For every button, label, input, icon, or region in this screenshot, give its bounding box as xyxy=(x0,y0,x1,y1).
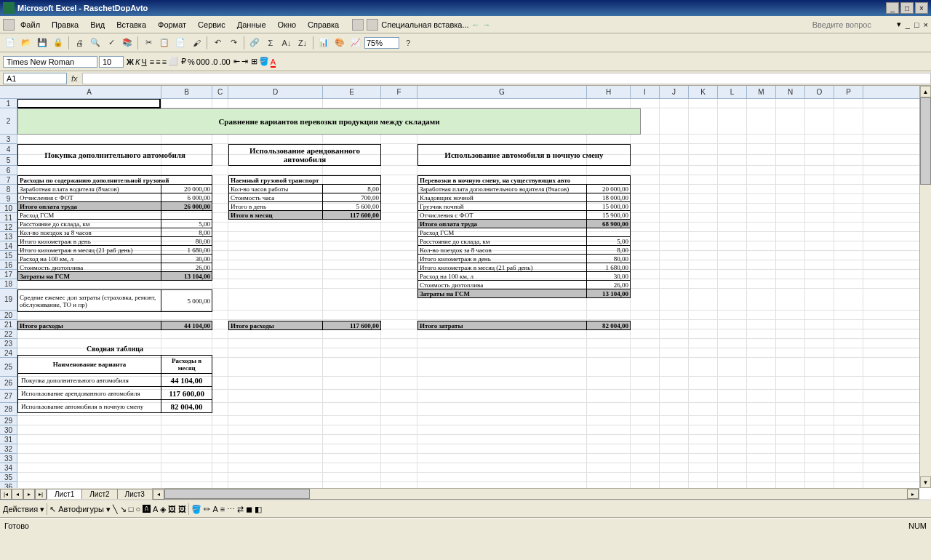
nav-fwd-icon[interactable]: → xyxy=(483,20,491,29)
align-center-icon[interactable]: ≡ xyxy=(156,57,160,66)
research-icon[interactable]: 📚 xyxy=(120,36,135,50)
autosum-icon[interactable]: Σ xyxy=(263,36,278,50)
binoculars-icon[interactable] xyxy=(352,19,364,31)
inc-decimal-icon[interactable]: .0 xyxy=(211,57,217,66)
align-right-icon[interactable]: ≡ xyxy=(162,57,167,66)
horizontal-scrollbar[interactable]: ◂ ▸ xyxy=(152,488,919,500)
sheet-tab-3[interactable]: Лист3 xyxy=(117,489,153,499)
menu-format[interactable]: Формат xyxy=(152,19,192,31)
minimize-button[interactable]: _ xyxy=(886,2,899,14)
cut-icon[interactable]: ✂ xyxy=(141,36,156,50)
bold-icon[interactable]: Ж xyxy=(127,57,134,66)
linestyle-icon[interactable]: ≡ xyxy=(220,505,225,513)
arrow-icon[interactable]: ↘ xyxy=(120,505,127,514)
vscroll-thumb[interactable] xyxy=(920,97,931,185)
copy-icon[interactable]: 📋 xyxy=(157,36,172,50)
currency-icon[interactable]: ₽ xyxy=(181,57,186,66)
redo-icon[interactable]: ↷ xyxy=(226,36,241,50)
picture-icon[interactable]: 🖼 xyxy=(178,505,186,513)
format-painter-icon[interactable]: 🖌 xyxy=(189,36,204,50)
rect-icon[interactable]: □ xyxy=(129,505,134,513)
spell-icon[interactable]: ✓ xyxy=(104,36,119,50)
maximize-button[interactable]: □ xyxy=(900,2,914,14)
align-left-icon[interactable]: ≡ xyxy=(150,57,154,66)
scroll-left-icon[interactable]: ◂ xyxy=(153,489,164,500)
dec-decimal-icon[interactable]: .00 xyxy=(219,57,230,66)
scroll-down-icon[interactable]: ▼ xyxy=(920,476,931,488)
textbox-icon[interactable]: 🅰 xyxy=(143,505,151,513)
underline-icon[interactable]: Ч xyxy=(141,57,146,66)
merge-icon[interactable]: ⬜ xyxy=(168,57,178,66)
print-icon[interactable]: 🖨 xyxy=(72,36,87,50)
pivotchart-icon[interactable]: 📈 xyxy=(348,36,363,50)
autoshapes-menu[interactable]: Автофигуры xyxy=(58,505,104,513)
doc-close-button[interactable]: × xyxy=(924,20,928,29)
tab-next-icon[interactable]: ▸ xyxy=(23,489,35,500)
linecolor-icon[interactable]: ✏ xyxy=(204,505,210,514)
hscroll-thumb[interactable] xyxy=(164,489,310,499)
dropdown-icon[interactable]: ▾ xyxy=(897,20,901,29)
zoom-input[interactable] xyxy=(364,37,399,49)
paste-icon[interactable]: 📄 xyxy=(173,36,188,50)
tab-prev-icon[interactable]: ◂ xyxy=(12,489,23,500)
oval-icon[interactable]: ○ xyxy=(135,505,140,513)
actions-menu[interactable]: Действия xyxy=(3,505,38,513)
paste-special-icon[interactable] xyxy=(367,19,378,31)
font-size-input[interactable] xyxy=(99,56,124,68)
paste-special-label[interactable]: Специальная вставка... xyxy=(381,20,468,29)
menu-file[interactable]: Файл xyxy=(15,19,46,31)
comma-icon[interactable]: 000 xyxy=(196,57,209,66)
menu-tools[interactable]: Сервис xyxy=(192,19,231,31)
percent-icon[interactable]: % xyxy=(188,57,195,66)
doc-restore-button[interactable]: □ xyxy=(914,20,919,29)
permission-icon[interactable]: 🔒 xyxy=(51,36,65,50)
menu-insert[interactable]: Вставка xyxy=(111,19,152,31)
font-name-input[interactable] xyxy=(3,56,97,68)
save-icon[interactable]: 💾 xyxy=(35,36,49,50)
inc-indent-icon[interactable]: ⇥ xyxy=(241,57,248,66)
sheet-tab-2[interactable]: Лист2 xyxy=(81,489,117,499)
menu-help[interactable]: Справка xyxy=(302,19,345,31)
new-icon[interactable]: 📄 xyxy=(3,36,17,50)
row-headers[interactable]: 1234567891011121314151617181920212223242… xyxy=(0,99,17,488)
clipart-icon[interactable]: 🖼 xyxy=(168,505,176,513)
arrowstyle-icon[interactable]: ⇄ xyxy=(237,505,244,514)
menu-data[interactable]: Данные xyxy=(231,19,272,31)
fillcolor-icon[interactable]: 🪣 xyxy=(191,505,201,514)
nav-back-icon[interactable]: ← xyxy=(472,20,480,29)
menu-view[interactable]: Вид xyxy=(84,19,111,31)
fontcolor2-icon[interactable]: A xyxy=(212,505,217,513)
dashstyle-icon[interactable]: ⋯ xyxy=(227,505,235,514)
borders-icon[interactable]: ⊞ xyxy=(251,57,257,66)
column-headers[interactable]: ABCDEFGHIJKLMNOP xyxy=(0,86,919,99)
sheet-tab-1[interactable]: Лист1 xyxy=(47,489,82,499)
line-icon[interactable]: ╲ xyxy=(113,505,118,514)
name-box[interactable] xyxy=(3,73,67,84)
doc-min-button[interactable]: _ xyxy=(906,20,910,29)
preview-icon[interactable]: 🔍 xyxy=(88,36,103,50)
formula-bar[interactable] xyxy=(82,73,931,84)
menu-window[interactable]: Окно xyxy=(272,19,303,31)
close-button[interactable]: × xyxy=(915,2,928,14)
open-icon[interactable]: 📂 xyxy=(19,36,33,50)
italic-icon[interactable]: К xyxy=(135,57,140,66)
3d-icon[interactable]: ◧ xyxy=(255,505,262,514)
shadow-icon[interactable]: ◼ xyxy=(246,505,252,514)
undo-icon[interactable]: ↶ xyxy=(210,36,225,50)
fx-icon[interactable]: fx xyxy=(71,74,78,83)
chart-icon[interactable]: 📊 xyxy=(316,36,331,50)
scroll-right-icon[interactable]: ▸ xyxy=(907,489,919,499)
hyperlink-icon[interactable]: 🔗 xyxy=(247,36,262,50)
dec-indent-icon[interactable]: ⇤ xyxy=(233,57,240,66)
vertical-scrollbar[interactable]: ▲ ▼ xyxy=(919,86,931,488)
tab-first-icon[interactable]: |◂ xyxy=(0,489,12,500)
menu-edit[interactable]: Правка xyxy=(46,19,84,31)
sort-desc-icon[interactable]: Z↓ xyxy=(295,36,310,50)
sort-asc-icon[interactable]: A↓ xyxy=(279,36,294,50)
cells-viewport[interactable]: Сравнение вариантов перевозки продукции … xyxy=(17,99,919,488)
ask-question-input[interactable] xyxy=(812,20,892,29)
diagram-icon[interactable]: ◈ xyxy=(160,505,166,514)
drawing-icon[interactable]: 🎨 xyxy=(332,36,347,50)
help-icon[interactable]: ? xyxy=(401,36,415,50)
font-color-icon[interactable]: A xyxy=(271,57,276,66)
